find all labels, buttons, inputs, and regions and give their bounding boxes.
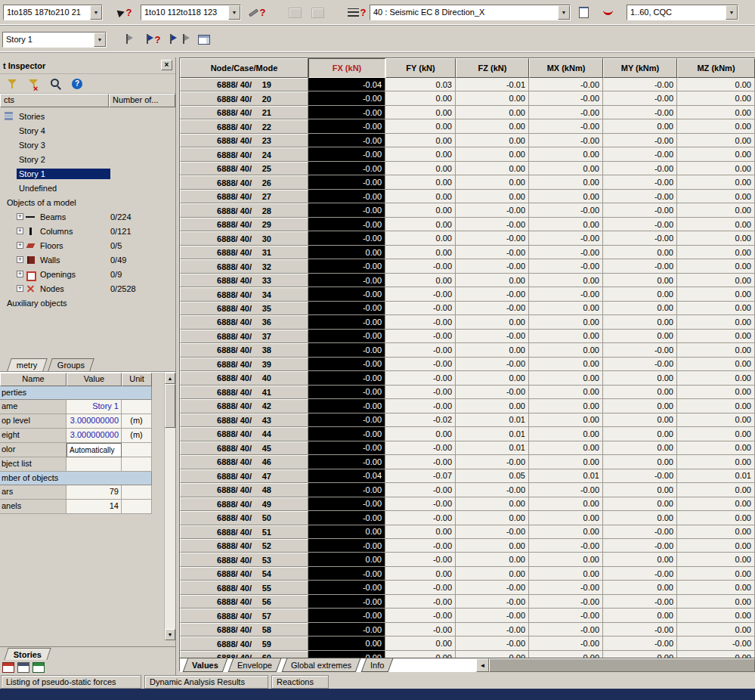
- table-row[interactable]: 6888/ 40/25-0.000.000.000.00-0.000.00: [180, 162, 755, 175]
- table-cell[interactable]: 0.00: [603, 119, 677, 133]
- table-cell[interactable]: -0.00: [456, 203, 529, 217]
- table-cell[interactable]: -0.00: [385, 315, 456, 329]
- scroll-up-icon[interactable]: ▲: [165, 373, 175, 384]
- table-cell[interactable]: -0.00: [308, 175, 385, 189]
- prop-header-unit[interactable]: Unit: [122, 373, 152, 386]
- row-label[interactable]: 6888/ 40/57: [180, 609, 308, 622]
- table-cell[interactable]: 0.00: [677, 539, 755, 553]
- row-label[interactable]: 6888/ 40/32: [180, 259, 308, 273]
- table-cell[interactable]: 0.00: [385, 274, 456, 287]
- tab-values[interactable]: Values: [183, 658, 227, 672]
- table-cell[interactable]: 0.00: [677, 203, 755, 217]
- table-cell[interactable]: 0.05: [456, 469, 529, 483]
- expander-icon[interactable]: +: [17, 256, 23, 263]
- table-cell[interactable]: 0.00: [308, 525, 385, 539]
- table-cell[interactable]: 0.00: [603, 511, 677, 525]
- table-cell[interactable]: -0.00: [603, 259, 677, 273]
- table-cell[interactable]: -0.00: [456, 483, 529, 497]
- table-cell[interactable]: -0.00: [529, 595, 603, 609]
- status-tab-pseudo-static[interactable]: Listing of pseudo-static forces: [1, 675, 141, 689]
- table-cell[interactable]: 0.00: [603, 455, 677, 469]
- table-cell[interactable]: 0.00: [677, 511, 755, 525]
- table-cell[interactable]: 0.00: [603, 302, 677, 315]
- table-row[interactable]: 6888/ 40/55-0.00-0.00-0.00-0.000.000.00: [180, 581, 755, 594]
- table-row[interactable]: 6888/ 40/29-0.000.00-0.000.00-0.000.00: [180, 218, 755, 231]
- case-selection-combo[interactable]: 40 : Seismic EC 8 Direction_X ▼: [370, 5, 571, 20]
- table-cell[interactable]: 0.00: [529, 497, 603, 511]
- tree-item[interactable]: +Nodes0/2528: [0, 281, 175, 296]
- table-cell[interactable]: 0.00: [677, 455, 755, 469]
- tree-item[interactable]: Story 2: [0, 152, 175, 166]
- row-label[interactable]: 6888/ 40/40: [180, 371, 308, 385]
- table-cell[interactable]: 0.00: [385, 231, 456, 245]
- row-label[interactable]: 6888/ 40/47: [180, 469, 308, 483]
- expander-icon[interactable]: +: [17, 285, 23, 292]
- tree-item[interactable]: Auxiliary objects: [0, 296, 175, 310]
- row-label[interactable]: 6888/ 40/33: [180, 274, 308, 287]
- table-row[interactable]: 6888/ 40/46-0.00-0.00-0.000.000.000.00: [180, 455, 755, 469]
- table-cell[interactable]: 0.00: [456, 553, 529, 566]
- table-cell[interactable]: 0.00: [529, 386, 603, 399]
- table-row[interactable]: 6888/ 40/45-0.00-0.000.010.000.000.00: [180, 441, 755, 455]
- table-row[interactable]: 6888/ 40/38-0.00-0.000.000.00-0.000.00: [180, 343, 755, 357]
- table-cell[interactable]: 0.00: [677, 231, 755, 245]
- property-value[interactable]: 3.000000000: [67, 429, 122, 443]
- table-cell[interactable]: 0.00: [456, 147, 529, 161]
- tree-item[interactable]: Objects of a model: [0, 195, 175, 209]
- table-cell[interactable]: 0.00: [385, 91, 456, 105]
- table-cell[interactable]: -0.00: [308, 623, 385, 637]
- tree-item[interactable]: +Openings0/9: [0, 267, 175, 281]
- table-cell[interactable]: 0.00: [456, 343, 529, 357]
- table-cell[interactable]: -0.00: [308, 134, 385, 147]
- case-page-icon[interactable]: [574, 3, 593, 23]
- table-cell[interactable]: -0.00: [456, 218, 529, 231]
- table-cell[interactable]: -0.00: [308, 358, 385, 371]
- table-cell[interactable]: -0.00: [529, 637, 603, 650]
- table-cell[interactable]: 0.00: [385, 134, 456, 147]
- table-row[interactable]: 6888/ 40/58-0.00-0.00-0.00-0.00-0.000.00: [180, 623, 755, 637]
- table-cell[interactable]: 0.00: [677, 287, 755, 301]
- table-cell[interactable]: 0.00: [529, 567, 603, 581]
- table-row[interactable]: 6888/ 40/43-0.00-0.020.010.000.000.00: [180, 413, 755, 427]
- table-cell[interactable]: 0.00: [456, 134, 529, 147]
- property-value[interactable]: Automatically: [67, 443, 122, 457]
- row-label[interactable]: 6888/ 40/55: [180, 581, 308, 594]
- table-row[interactable]: 6888/ 40/56-0.00-0.00-0.00-0.00-0.000.00: [180, 595, 755, 609]
- row-label[interactable]: 6888/ 40/34: [180, 287, 308, 301]
- table-cell[interactable]: 0.00: [385, 162, 456, 175]
- table-cell[interactable]: 0.00: [529, 455, 603, 469]
- mode-arrow-icon[interactable]: [598, 3, 617, 23]
- table-cell[interactable]: 0.00: [603, 441, 677, 455]
- table-cell[interactable]: -0.00: [603, 203, 677, 217]
- table-cell[interactable]: 0.00: [456, 190, 529, 203]
- table-cell[interactable]: 0.00: [529, 330, 603, 343]
- table-cell[interactable]: 0.00: [385, 567, 456, 581]
- table-row[interactable]: 6888/ 40/48-0.00-0.00-0.00-0.000.000.00: [180, 483, 755, 497]
- property-value[interactable]: 79: [67, 485, 122, 500]
- tree-item[interactable]: +Walls0/49: [0, 252, 175, 267]
- table-cell[interactable]: -0.00: [529, 287, 603, 301]
- table-row[interactable]: 6888/ 40/24-0.000.000.000.00-0.000.00: [180, 147, 755, 161]
- story-table-button[interactable]: [194, 29, 214, 49]
- table-cell[interactable]: -0.00: [603, 567, 677, 581]
- table-cell[interactable]: -0.00: [529, 106, 603, 119]
- row-label[interactable]: 6888/ 40/50: [180, 511, 308, 525]
- table-cell[interactable]: -0.00: [603, 162, 677, 175]
- table-row[interactable]: 6888/ 40/47-0.04-0.070.050.01-0.000.01: [180, 469, 755, 483]
- table-cell[interactable]: 0.00: [603, 371, 677, 385]
- table-cell[interactable]: 0.00: [603, 399, 677, 413]
- table-cell[interactable]: -0.00: [529, 78, 603, 91]
- table-cell[interactable]: -0.00: [385, 511, 456, 525]
- table-cell[interactable]: 0.00: [385, 427, 456, 441]
- benchmark-help-icon[interactable]: [347, 3, 367, 23]
- table-cell[interactable]: 0.00: [385, 651, 456, 658]
- row-label[interactable]: 6888/ 40/39: [180, 358, 308, 371]
- table-cell[interactable]: 0.00: [385, 147, 456, 161]
- row-label[interactable]: 6888/ 40/21: [180, 106, 308, 119]
- table-cell[interactable]: -0.00: [385, 623, 456, 637]
- column-header-mz[interactable]: MZ (kNm): [677, 58, 755, 78]
- table-cell[interactable]: -0.00: [677, 637, 755, 650]
- table-cell[interactable]: 0.00: [677, 302, 755, 315]
- table-cell[interactable]: -0.00: [308, 595, 385, 609]
- table-row[interactable]: 6888/ 40/54-0.000.000.000.00-0.000.00: [180, 567, 755, 581]
